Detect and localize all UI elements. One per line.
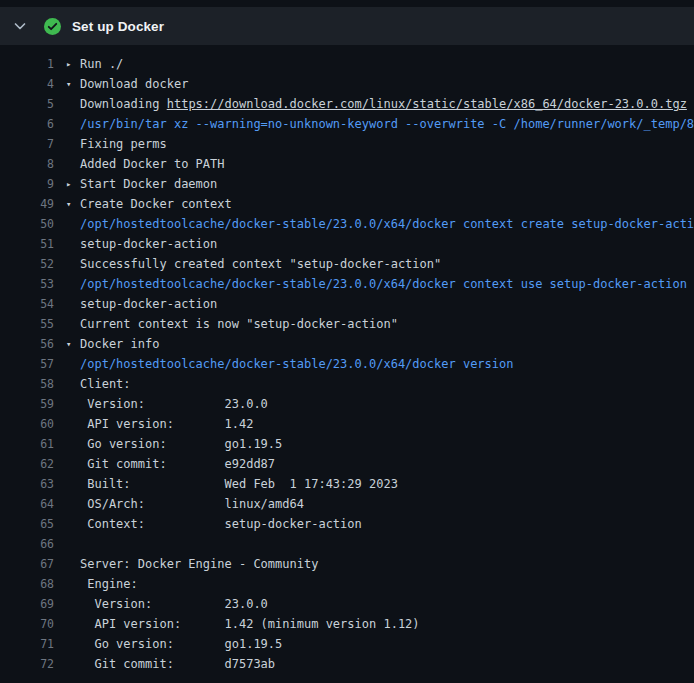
line-number[interactable]: 60 (0, 414, 54, 434)
chevron-down-icon[interactable] (12, 18, 28, 34)
line-number[interactable]: 54 (0, 294, 54, 314)
log-line[interactable]: 56▾Docker info (0, 334, 694, 354)
arrow-spacer (66, 354, 80, 374)
log-line: 60 API version: 1.42 (0, 414, 694, 434)
line-number[interactable]: 58 (0, 374, 54, 394)
line-text: Server: Docker Engine - Community (80, 554, 318, 574)
log-line[interactable]: 4▾Download docker (0, 74, 694, 94)
line-text: setup-docker-action (80, 294, 217, 314)
line-number[interactable]: 64 (0, 494, 54, 514)
line-text: Version: 23.0.0 (80, 594, 268, 614)
log-link[interactable]: https://download.docker.com/linux/static… (167, 97, 687, 111)
arrow-spacer (66, 134, 80, 154)
log-line[interactable]: 9▸Start Docker daemon (0, 174, 694, 194)
line-number[interactable]: 62 (0, 454, 54, 474)
line-number[interactable]: 53 (0, 274, 54, 294)
arrow-spacer (66, 574, 80, 594)
log-line: 55Current context is now "setup-docker-a… (0, 314, 694, 334)
line-number[interactable]: 7 (0, 134, 54, 154)
line-text: Downloading https://download.docker.com/… (80, 94, 687, 114)
line-text: setup-docker-action (80, 234, 217, 254)
arrow-spacer (66, 394, 80, 414)
arrow-spacer (66, 494, 80, 514)
triangle-down-icon[interactable]: ▾ (66, 74, 80, 94)
line-text: Context: setup-docker-action (80, 514, 362, 534)
line-number[interactable]: 68 (0, 574, 54, 594)
line-number[interactable]: 4 (0, 74, 54, 94)
line-number[interactable]: 51 (0, 234, 54, 254)
log-line: 72 Git commit: d7573ab (0, 654, 694, 674)
line-text: Successfully created context "setup-dock… (80, 254, 441, 274)
arrow-spacer (66, 234, 80, 254)
step-title: Set up Docker (72, 19, 164, 34)
line-number[interactable]: 63 (0, 474, 54, 494)
line-text: Docker info (80, 334, 159, 354)
line-number[interactable]: 6 (0, 114, 54, 134)
log-line[interactable]: 49▾Create Docker context (0, 194, 694, 214)
triangle-right-icon[interactable]: ▸ (66, 174, 80, 194)
log-line: 53/opt/hostedtoolcache/docker-stable/23.… (0, 274, 694, 294)
log-line: 68 Engine: (0, 574, 694, 594)
arrow-spacer (66, 534, 80, 554)
line-number[interactable]: 52 (0, 254, 54, 274)
line-number[interactable]: 8 (0, 154, 54, 174)
line-text: Added Docker to PATH (80, 154, 225, 174)
arrow-spacer (66, 474, 80, 494)
arrow-spacer (66, 614, 80, 634)
arrow-spacer (66, 634, 80, 654)
arrow-spacer (66, 414, 80, 434)
line-number[interactable]: 55 (0, 314, 54, 334)
line-text: Go version: go1.19.5 (80, 434, 282, 454)
line-text: Go version: go1.19.5 (80, 634, 282, 654)
log-line: 57/opt/hostedtoolcache/docker-stable/23.… (0, 354, 694, 374)
arrow-spacer (66, 654, 80, 674)
line-number[interactable]: 65 (0, 514, 54, 534)
log-line: 70 API version: 1.42 (minimum version 1.… (0, 614, 694, 634)
arrow-spacer (66, 554, 80, 574)
log-line: 8Added Docker to PATH (0, 154, 694, 174)
log-line: 6/usr/bin/tar xz --warning=no-unknown-ke… (0, 114, 694, 134)
triangle-right-icon[interactable]: ▸ (66, 54, 80, 74)
arrow-spacer (66, 154, 80, 174)
arrow-spacer (66, 514, 80, 534)
line-number[interactable]: 69 (0, 594, 54, 614)
line-number[interactable]: 49 (0, 194, 54, 214)
triangle-down-icon[interactable]: ▾ (66, 194, 80, 214)
arrow-spacer (66, 454, 80, 474)
log-line: 59 Version: 23.0.0 (0, 394, 694, 414)
line-text: Git commit: d7573ab (80, 654, 275, 674)
log-line: 52Successfully created context "setup-do… (0, 254, 694, 274)
log-line: 54setup-docker-action (0, 294, 694, 314)
line-number[interactable]: 71 (0, 634, 54, 654)
line-text: Download docker (80, 74, 188, 94)
line-number[interactable]: 1 (0, 54, 54, 74)
command-text: /opt/hostedtoolcache/docker-stable/23.0.… (80, 214, 694, 234)
line-text: Current context is now "setup-docker-act… (80, 314, 398, 334)
log-line: 64 OS/Arch: linux/amd64 (0, 494, 694, 514)
line-number[interactable]: 57 (0, 354, 54, 374)
line-number[interactable]: 70 (0, 614, 54, 634)
triangle-down-icon[interactable]: ▾ (66, 334, 80, 354)
log-line[interactable]: 1▸Run ./ (0, 54, 694, 74)
line-number[interactable]: 9 (0, 174, 54, 194)
arrow-spacer (66, 214, 80, 234)
step-header[interactable]: Set up Docker (0, 7, 694, 45)
line-number[interactable]: 56 (0, 334, 54, 354)
line-number[interactable]: 66 (0, 534, 54, 554)
arrow-spacer (66, 254, 80, 274)
log-line: 65 Context: setup-docker-action (0, 514, 694, 534)
line-number[interactable]: 5 (0, 94, 54, 114)
line-number[interactable]: 61 (0, 434, 54, 454)
command-text: /opt/hostedtoolcache/docker-stable/23.0.… (80, 274, 687, 294)
line-number[interactable]: 59 (0, 394, 54, 414)
line-number[interactable]: 72 (0, 654, 54, 674)
line-text: Engine: (80, 574, 138, 594)
log-line: 5Downloading https://download.docker.com… (0, 94, 694, 114)
line-number[interactable]: 67 (0, 554, 54, 574)
line-text: Run ./ (80, 54, 123, 74)
log-line: 61 Go version: go1.19.5 (0, 434, 694, 454)
log-line: 58Client: (0, 374, 694, 394)
log-line: 63 Built: Wed Feb 1 17:43:29 2023 (0, 474, 694, 494)
line-number[interactable]: 50 (0, 214, 54, 234)
log-line: 69 Version: 23.0.0 (0, 594, 694, 614)
